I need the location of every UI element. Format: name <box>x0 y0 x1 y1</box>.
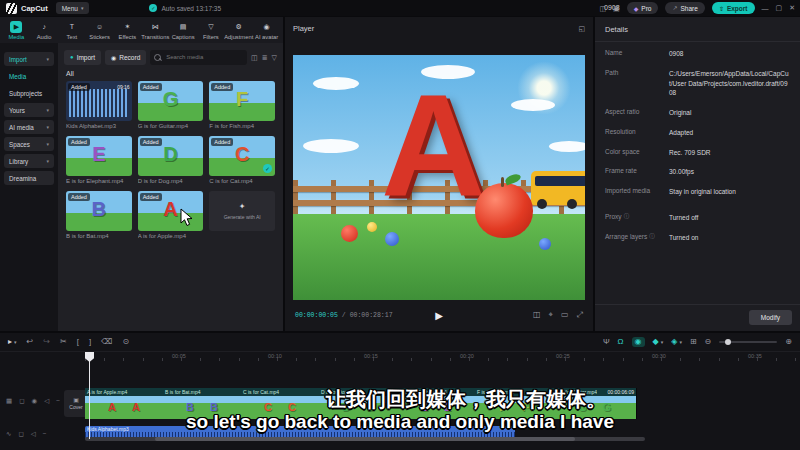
split-icon[interactable]: ✂ <box>60 338 67 346</box>
sidebar-item-subprojects[interactable]: Subprojects <box>4 86 54 100</box>
modify-button[interactable]: Modify <box>749 310 792 325</box>
timeline-horizontal-scrollbar[interactable] <box>85 437 645 441</box>
minimize-button[interactable]: — <box>762 5 769 12</box>
chevron-down-icon[interactable]: ▾ <box>661 340 664 345</box>
timeline-ruler[interactable]: 00:05 00:10 00:15 00:20 00:25 00:30 00:3… <box>0 352 800 362</box>
info-icon[interactable]: ⓘ <box>624 213 630 220</box>
media-sidebar: Import▾ Media Subprojects Yours▾ AI medi… <box>0 43 58 331</box>
video-thumbnail[interactable]: Added E <box>66 136 132 176</box>
snapshot-icon[interactable]: ⌖ <box>549 311 554 319</box>
info-icon[interactable]: ⓘ <box>649 233 655 240</box>
zoom-out-icon[interactable]: ⊖ <box>705 338 712 346</box>
close-button[interactable]: ✕ <box>789 4 795 12</box>
audio-thumbnail[interactable]: Added 09:16 <box>66 81 132 121</box>
player-expand-icon[interactable]: ◱ <box>578 25 585 32</box>
detail-row-imported-media: Imported media Stay in original location <box>595 187 800 197</box>
fullscreen-icon[interactable]: ⤢ <box>577 311 583 319</box>
type-filter-icon[interactable]: ▽ <box>272 54 277 61</box>
media-item-name: Kids Alphabet.mp3 <box>66 123 132 129</box>
record-button[interactable]: ◉ Record <box>105 50 146 65</box>
search-input[interactable] <box>164 53 243 61</box>
sidebar-item-media[interactable]: Media <box>4 69 54 83</box>
pip-icon[interactable]: ▣ <box>613 5 620 12</box>
tab-adjustment[interactable]: ⚙Adjustment <box>225 21 252 40</box>
import-button[interactable]: ● Import <box>64 50 101 65</box>
detail-row-name: Name 0908 <box>595 49 800 59</box>
filter-all-label[interactable]: All <box>66 70 74 77</box>
tab-effects[interactable]: ✶Effects <box>114 21 141 40</box>
video-preview[interactable]: A <box>293 55 585 300</box>
redo-icon[interactable]: ↪ <box>43 338 50 346</box>
media-item-c-cat[interactable]: Added C ✓ C is for Cat.mp4 <box>209 136 275 184</box>
video-thumbnail[interactable]: Added F <box>209 81 275 121</box>
preview-axis-icon[interactable]: ⊞ <box>690 338 697 346</box>
freeze-icon[interactable]: ⊙ <box>122 338 129 346</box>
text-icon: T <box>66 21 78 33</box>
delete-left-icon[interactable]: [ <box>77 338 79 346</box>
sidebar-item-yours[interactable]: Yours▾ <box>4 103 54 117</box>
generate-with-ai-tile[interactable]: ✦ Generate with AI <box>209 191 275 231</box>
sidebar-item-ai-media[interactable]: AI media▾ <box>4 120 54 134</box>
auto-snap-icon[interactable]: ◉ <box>632 337 645 347</box>
delete-icon[interactable]: ⌫ <box>101 338 112 346</box>
school-bus-graphic <box>531 171 585 205</box>
layout-icon[interactable]: ◫ <box>599 5 606 12</box>
sidebar-item-import[interactable]: Import▾ <box>4 52 54 66</box>
media-item-a-apple[interactable]: Added A A is for Apple.mp4 <box>138 191 204 239</box>
media-item-e-elephant[interactable]: Added E E is for Elephant.mp4 <box>66 136 132 184</box>
tab-ai-avatar[interactable]: ◉AI avatar <box>253 21 280 40</box>
maximize-button[interactable]: ▢ <box>776 4 783 12</box>
ripple-edit-icon[interactable]: ◆ <box>653 338 659 346</box>
delete-right-icon[interactable]: ] <box>89 338 91 346</box>
tab-text[interactable]: TText <box>59 21 86 40</box>
view-toggle-icon[interactable]: ◫ <box>251 54 258 61</box>
magnet-snap-icon[interactable]: Ω <box>618 338 624 346</box>
quality-selector-icon[interactable]: ▭ <box>561 311 569 319</box>
compare-icon[interactable]: ◫ <box>533 311 541 319</box>
yellow-ball-graphic <box>367 222 377 232</box>
tab-captions[interactable]: ▤Captions <box>170 21 197 40</box>
sidebar-item-library[interactable]: Library▾ <box>4 154 54 168</box>
media-item-name: A is for Apple.mp4 <box>138 233 204 239</box>
media-item-d-dog[interactable]: Added D D is for Dog.mp4 <box>138 136 204 184</box>
media-item-b-bat[interactable]: Added B B is for Bat.mp4 <box>66 191 132 239</box>
play-button[interactable]: ▶ <box>435 310 443 321</box>
sort-icon[interactable]: ≣ <box>262 54 268 61</box>
tab-audio[interactable]: ♪Audio <box>31 21 58 40</box>
pro-button[interactable]: ◆ Pro <box>627 2 659 14</box>
video-thumbnail[interactable]: Added C ✓ <box>209 136 275 176</box>
select-tool-icon[interactable]: ▸ <box>8 338 12 346</box>
sparkle-icon: ✦ <box>239 202 246 211</box>
search-box[interactable] <box>150 50 247 65</box>
chevron-down-icon[interactable]: ▾ <box>679 340 682 345</box>
timeline-zoom-slider[interactable] <box>719 341 777 343</box>
sidebar-item-spaces[interactable]: Spaces▾ <box>4 137 54 151</box>
video-thumbnail[interactable]: Added A <box>138 191 204 231</box>
video-thumbnail[interactable]: Added G <box>138 81 204 121</box>
video-thumbnail[interactable]: Added B <box>66 191 132 231</box>
link-preview-icon[interactable]: ◈ <box>671 338 677 346</box>
video-thumbnail[interactable]: Added D <box>138 136 204 176</box>
media-item-f-fish[interactable]: Added F F is for Fish.mp4 <box>209 81 275 129</box>
menu-button[interactable]: Menu ▾ <box>56 2 90 14</box>
voiceover-mic-icon[interactable]: Ψ <box>603 338 610 346</box>
tab-media[interactable]: ▶Media <box>3 21 30 40</box>
autosave-status: Auto saved 13:17:35 <box>161 5 221 12</box>
subtitle-chinese: 让我们回到媒体，我只有媒体。 <box>0 386 800 413</box>
media-item-kids-alphabet[interactable]: Added 09:16 Kids Alphabet.mp3 <box>66 81 132 129</box>
tab-filters[interactable]: ▽Filters <box>198 21 225 40</box>
media-item-name: G is for Guitar.mp4 <box>138 123 204 129</box>
stickers-icon: ☺ <box>94 21 106 33</box>
zoom-in-icon[interactable]: ⊕ <box>785 338 792 346</box>
media-item-g-guitar[interactable]: Added G G is for Guitar.mp4 <box>138 81 204 129</box>
detail-row-color-space: Color space Rec. 709 SDR <box>595 148 800 158</box>
tab-stickers[interactable]: ☺Stickers <box>86 21 113 40</box>
export-button[interactable]: ⇧ Export <box>712 2 755 14</box>
sidebar-item-dreamina[interactable]: Dreamina <box>4 171 54 185</box>
chevron-down-icon: ▾ <box>46 56 49 62</box>
share-button[interactable]: ↗ Share <box>665 2 704 14</box>
detail-row-arrange-layers: Arrange layers ⓘ Turned on <box>595 233 800 243</box>
tab-transitions[interactable]: ⋈Transitions <box>142 21 169 40</box>
chevron-down-icon[interactable]: ▾ <box>14 340 17 345</box>
undo-icon[interactable]: ↩ <box>27 338 34 346</box>
